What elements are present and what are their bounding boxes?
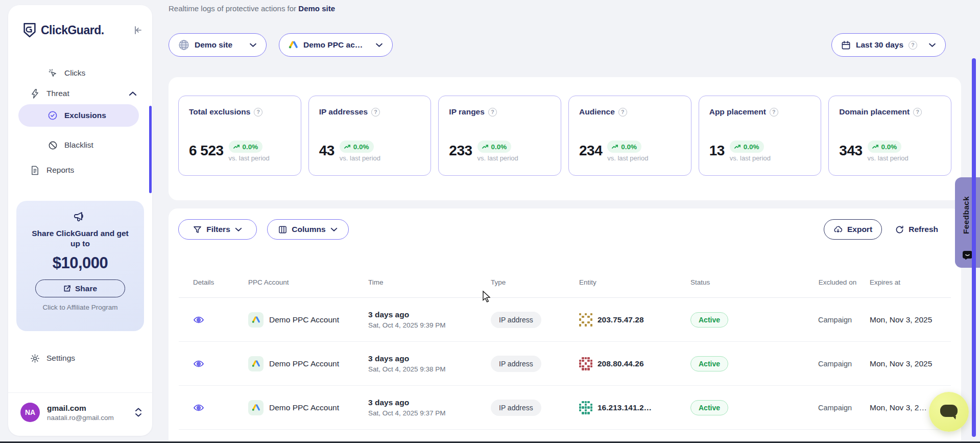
ppc-account-name: Demo PPC Account <box>269 403 339 412</box>
trend-up-badge: 0.0% <box>340 141 374 153</box>
trend-value: 0.0% <box>621 143 637 151</box>
chevron-down-icon <box>928 43 936 48</box>
site-selector[interactable]: Demo site <box>169 33 267 57</box>
affiliate-promo-card[interactable]: Share ClickGuard and get up to $10,000 S… <box>16 201 144 331</box>
share-button[interactable]: Share <box>35 279 125 297</box>
type-chip: IP address <box>491 356 541 372</box>
stat-value: 43 <box>319 141 334 161</box>
trend-up-badge: 0.0% <box>730 141 764 153</box>
google-ads-icon <box>248 400 264 415</box>
google-ads-icon <box>289 40 298 50</box>
sidebar-item-reports[interactable]: Reports <box>30 162 74 178</box>
help-icon: ? <box>770 108 778 116</box>
chat-launcher-button[interactable] <box>929 392 969 432</box>
column-header: PPC Account <box>248 278 368 286</box>
calendar-icon <box>841 40 851 50</box>
filters-button[interactable]: Filters <box>178 219 257 240</box>
stat-label-text: Total exclusions <box>189 107 250 116</box>
stat-label-text: Domain placement <box>839 107 910 116</box>
stat-card: Total exclusions?6 5230.0%vs. last perio… <box>178 96 301 176</box>
sidebar-item-threat[interactable]: Threat <box>30 86 137 101</box>
chevron-down-icon <box>330 227 338 232</box>
stat-value-row: 6 5230.0%vs. last period <box>189 141 270 162</box>
trend-value: 0.0% <box>243 143 258 151</box>
trend-up-badge: 0.0% <box>868 141 902 153</box>
google-ads-icon <box>248 356 264 371</box>
type-cell: IP address <box>491 400 579 416</box>
refresh-icon <box>895 225 904 234</box>
type-chip: IP address <box>491 312 541 328</box>
sidebar-scrollbar[interactable] <box>149 106 152 193</box>
stat-value-row: 2330.0%vs. last period <box>449 141 518 162</box>
date-range-selector[interactable]: Last 30 days ? <box>831 33 946 57</box>
details-cell <box>179 359 248 368</box>
export-button-label: Export <box>847 225 872 234</box>
column-header: Expires at <box>870 278 951 286</box>
entity-cell: 208.80.44.26 <box>579 357 690 370</box>
chevron-up-down-icon[interactable] <box>135 407 142 417</box>
expires-at-cell: Mon, Nov 3, 2025 <box>870 315 951 324</box>
sidebar-item-label: Reports <box>46 166 74 175</box>
clickguard-logo-icon <box>22 22 37 38</box>
entity-cell: 203.75.47.28 <box>579 313 690 327</box>
ppc-account-selector[interactable]: Demo PPC ac… <box>279 33 393 57</box>
help-icon: ? <box>254 108 262 116</box>
table-row: Demo PPC Account3 days agoSat, Oct 4, 20… <box>179 298 951 342</box>
view-details-eye-icon[interactable] <box>193 359 248 368</box>
stat-trend: 0.0%vs. last period <box>477 141 518 162</box>
time-relative: 3 days ago <box>368 354 491 363</box>
trend-value: 0.0% <box>744 143 759 151</box>
stat-trend: 0.0%vs. last period <box>229 141 270 162</box>
sidebar-item-label: Blacklist <box>64 141 93 150</box>
promo-title: Share ClickGuard and get up to <box>16 228 144 249</box>
view-details-eye-icon[interactable] <box>193 403 248 412</box>
stat-card: App placement?130.0%vs. last period <box>699 96 822 176</box>
cursor-click-icon <box>47 68 58 78</box>
feedback-tab[interactable]: Feedback <box>955 177 980 268</box>
chat-bubble-icon <box>939 403 959 421</box>
stat-label-text: IP addresses <box>319 107 368 116</box>
site-selector-value: Demo site <box>195 40 232 50</box>
export-button[interactable]: Export <box>824 219 882 240</box>
account-switcher[interactable]: NA gmail.com naatali.ro@gmail.com <box>20 401 142 424</box>
ppc-account-name: Demo PPC Account <box>269 315 339 324</box>
table-row: Demo PPC Account3 days agoSat, Oct 4, 20… <box>179 386 951 430</box>
trend-up-icon <box>872 144 879 149</box>
sidebar-item-exclusions[interactable]: Exclusions <box>18 104 139 127</box>
stat-trend: 0.0%vs. last period <box>340 141 380 162</box>
stat-value-row: 130.0%vs. last period <box>709 141 771 162</box>
chevron-up-icon[interactable] <box>129 91 137 96</box>
trend-note: vs. last period <box>868 154 909 162</box>
sidebar-item-label: Clicks <box>64 68 85 78</box>
column-header: Entity <box>579 278 690 286</box>
sidebar-item-label: Exclusions <box>64 111 106 120</box>
trend-note: vs. last period <box>340 154 380 162</box>
trend-value: 0.0% <box>881 143 897 151</box>
trend-up-icon <box>612 144 618 149</box>
stat-value: 13 <box>709 141 725 161</box>
chevron-down-icon <box>249 43 257 48</box>
sidebar-item-settings[interactable]: Settings <box>30 351 75 366</box>
refresh-button[interactable]: Refresh <box>895 219 938 240</box>
table-header: DetailsPPC AccountTimeTypeEntityStatusEx… <box>179 267 951 298</box>
stat-trend: 0.0%vs. last period <box>730 141 771 162</box>
page-subtitle: Realtime logs of protective actions for … <box>169 4 335 13</box>
avatar: NA <box>20 403 40 422</box>
sidebar-item-clicks[interactable]: Clicks <box>47 65 85 81</box>
sidebar: ClickGuard. Clicks Threat <box>8 5 152 436</box>
excluded-on-cell: Campaign <box>805 404 870 412</box>
sidebar-collapse-icon[interactable] <box>133 25 143 35</box>
subtitle-site-name: Demo site <box>298 4 335 13</box>
columns-button[interactable]: Columns <box>267 219 349 240</box>
globe-icon <box>178 39 189 51</box>
time-relative: 3 days ago <box>368 310 491 319</box>
user-name: gmail.com <box>47 404 114 413</box>
stat-label: IP ranges? <box>449 107 551 116</box>
sidebar-item-blacklist[interactable]: Blacklist <box>47 137 93 153</box>
view-details-eye-icon[interactable] <box>193 315 248 324</box>
funnel-icon <box>193 225 202 234</box>
help-icon: ? <box>371 108 380 116</box>
details-cell <box>179 403 248 412</box>
page-scrollbar[interactable] <box>972 58 976 437</box>
columns-icon <box>278 225 287 234</box>
